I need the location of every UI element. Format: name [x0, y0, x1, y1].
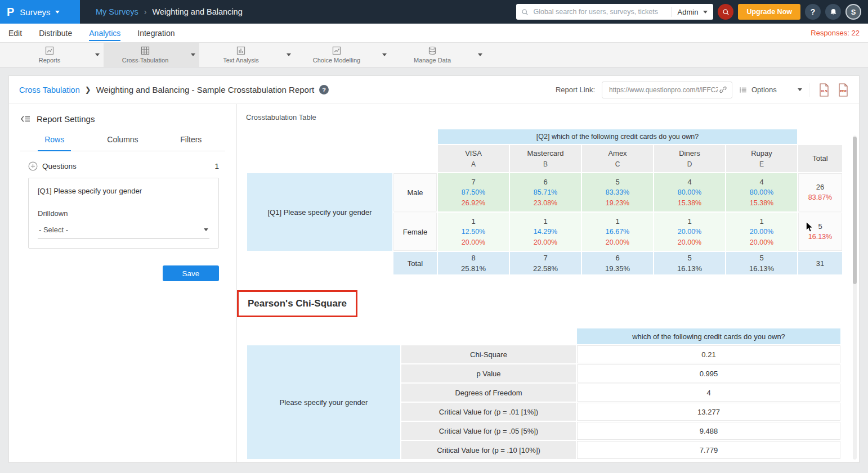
chi-stat-value: 7.779 — [577, 441, 840, 459]
table-grid-icon — [141, 46, 150, 55]
vertical-scrollbar[interactable] — [853, 136, 857, 460]
options-dropdown[interactable]: Options — [739, 85, 802, 94]
search-scope-dropdown[interactable]: Admin — [672, 4, 714, 20]
chi-square-column-header: which of the following credit cards do y… — [577, 328, 840, 344]
tab-columns[interactable]: Columns — [88, 133, 156, 151]
tab-distribute[interactable]: Distribute — [39, 25, 72, 41]
report-url-input[interactable] — [608, 85, 719, 94]
toolbar-choice-modelling-item[interactable]: Choice Modelling — [295, 43, 378, 67]
chevron-down-icon — [798, 88, 802, 91]
cell-pct: 16.13% — [655, 263, 724, 274]
drilldown-select[interactable]: - Select - — [38, 223, 209, 239]
toolbar-manage-data-item[interactable]: Manage Data — [391, 43, 474, 67]
chi-stat-value: 13.277 — [577, 403, 840, 421]
blank-cell — [247, 129, 437, 144]
chevron-down-icon[interactable] — [378, 43, 391, 67]
xls-icon-label: XLS — [821, 89, 827, 93]
crosstab-totals-cell: 619.35% — [582, 252, 653, 274]
toolbar-reports[interactable]: Reports — [8, 43, 104, 67]
breadcrumb-cross-tabulation[interactable]: Cross Tabulation — [19, 85, 80, 94]
toolbar-reports-item[interactable]: Reports — [8, 43, 91, 67]
crosstab-col-header-mastercard: MastercardB — [510, 145, 581, 172]
cell-count: 6 — [583, 253, 652, 263]
toolbar-text-analysis[interactable]: Text Analysis — [199, 43, 295, 67]
cell-count: 5 — [655, 253, 724, 263]
breadcrumb-my-surveys[interactable]: My Surveys — [96, 7, 138, 16]
chi-stat-label: Chi-Square — [401, 345, 576, 363]
notifications-button[interactable] — [825, 4, 841, 20]
user-avatar[interactable]: S — [845, 4, 861, 20]
questions-count: 1 — [214, 162, 219, 170]
chevron-down-icon[interactable] — [91, 43, 104, 67]
add-question-icon[interactable] — [28, 161, 38, 171]
cell-count: 1 — [727, 216, 797, 227]
tab-columns-label: Columns — [100, 133, 145, 150]
tab-filters[interactable]: Filters — [157, 133, 225, 151]
tab-integration[interactable]: Integration — [137, 25, 175, 41]
crosstab-totals-row-label: Total — [393, 252, 437, 274]
chevron-down-icon[interactable] — [474, 43, 486, 67]
report-help-icon[interactable]: ? — [319, 85, 329, 94]
toolbar-cross-tabulation[interactable]: Cross-Tabulation — [104, 43, 199, 67]
drilldown-value: - Select - — [39, 226, 68, 234]
cell-count: 5 — [583, 177, 652, 187]
cell-col-pct: 15.38% — [655, 198, 724, 209]
cell-count: 7 — [439, 177, 508, 187]
search-submit-button[interactable] — [718, 4, 733, 20]
col-letter: C — [583, 159, 652, 170]
search-input[interactable] — [532, 7, 671, 16]
tab-rows[interactable]: Rows — [20, 133, 88, 151]
link-icon[interactable] — [719, 85, 727, 94]
save-button[interactable]: Save — [163, 265, 219, 281]
blank-cell — [247, 145, 437, 172]
crosstab-col-header-diners: DinersD — [654, 145, 725, 172]
tab-analytics[interactable]: Analytics — [89, 25, 120, 41]
cell-col-pct: 23.08% — [511, 198, 580, 209]
col-name: Rupay — [727, 148, 797, 159]
toolbar-cross-tabulation-item[interactable]: Cross-Tabulation — [104, 43, 187, 67]
question-card[interactable]: [Q1] Please specify your gender Drilldow… — [28, 178, 219, 249]
crosstab-col-header-total: Total — [798, 145, 842, 172]
crosstab-data-cell: 120.00%20.00% — [726, 213, 797, 251]
upgrade-button[interactable]: Upgrade Now — [738, 4, 800, 20]
toolbar-manage-data[interactable]: Manage Data — [391, 43, 486, 67]
crosstab-data-cell: 583.33%19.23% — [582, 173, 653, 211]
chevron-down-icon[interactable] — [187, 43, 199, 67]
toolbar-label: Choice Modelling — [313, 57, 360, 64]
product-switcher[interactable]: P Surveys — [0, 0, 80, 24]
questions-row: Questions 1 — [28, 161, 219, 171]
chi-square-row-header: Please specify your gender — [247, 345, 400, 459]
export-xls-button[interactable]: XLS — [818, 83, 830, 97]
analytics-toolbar: Reports Cross-Tabulation Text Analysis C… — [0, 43, 868, 67]
survey-nav: Edit Distribute Analytics Integration Re… — [0, 24, 868, 43]
toolbar-text-analysis-item[interactable]: Text Analysis — [199, 43, 283, 67]
help-button[interactable]: ? — [805, 4, 821, 20]
chi-stat-value: 4 — [577, 384, 840, 402]
report-link-field — [602, 82, 732, 98]
cell-row-pct: 83.33% — [583, 187, 652, 198]
report-card: Cross Tabulation ❯ Weighting and Balanci… — [8, 75, 860, 463]
cell-row-pct: 85.71% — [511, 187, 580, 198]
cell-pct: 16.13% — [799, 232, 841, 242]
toolbar-label: Manage Data — [414, 57, 451, 64]
cell-col-pct: 19.23% — [583, 198, 652, 209]
tab-filters-label: Filters — [173, 133, 208, 150]
global-search: Admin — [516, 4, 713, 20]
bell-icon — [829, 8, 838, 16]
responses-count: Responses: 22 — [811, 29, 860, 37]
export-pdf-button[interactable]: PDF — [838, 83, 849, 97]
options-label: Options — [751, 85, 777, 94]
chevron-down-icon[interactable] — [283, 43, 295, 67]
search-scope-label: Admin — [678, 8, 699, 16]
chevron-down-icon — [204, 228, 208, 231]
scrollbar-thumb[interactable] — [853, 137, 857, 284]
tab-edit[interactable]: Edit — [8, 25, 22, 41]
crosstab-totals-cell: 722.58% — [510, 252, 581, 274]
pearson-chi-square-annotation: Pearson's Chi-Square — [237, 290, 357, 317]
toolbar-choice-modelling[interactable]: Choice Modelling — [295, 43, 391, 67]
col-letter: B — [511, 159, 580, 170]
collapse-panel-icon[interactable] — [20, 115, 31, 123]
chi-stat-label: Critical Value for (p = .01 [1%]) — [401, 403, 576, 421]
cell-row-pct: 20.00% — [727, 227, 797, 237]
drilldown-label: Drilldown — [38, 209, 209, 218]
